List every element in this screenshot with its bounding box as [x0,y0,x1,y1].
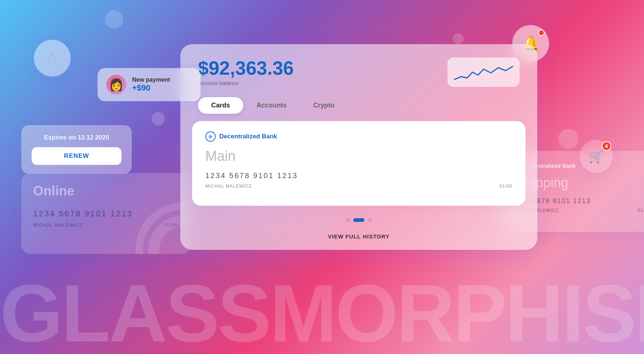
cart-icon: 🛒 [588,149,604,164]
bank-row: ⊕ Decentralized Bank [205,131,512,142]
deco-circle-4 [453,33,464,44]
view-history-button[interactable]: VIEW FULL HISTORY [180,226,537,250]
balance-info: $92,363.36 Account balance [198,59,294,86]
deco-circle-2 [152,112,165,125]
renew-button[interactable]: RENEW [32,147,121,165]
dots-row [180,213,537,226]
dot-3[interactable] [368,218,372,222]
online-card: Online 1234 5678 9101 1213 MICHAL MALEWI… [21,173,191,254]
expiry-card: Expires on 12.12.2020 RENEW [21,125,132,174]
balance-label: Account balance [198,80,294,86]
cart-badge: 4 [602,141,611,151]
star-widget[interactable]: ☆ [34,40,71,77]
main-panel: $92,363.36 Account balance Cards Account… [180,44,537,250]
payment-text: New payment +$90 [132,77,170,93]
payment-title: New payment [132,77,170,83]
cards-area: ⊕ Decentralized Bank Main 1234 5678 9101… [180,121,537,213]
deco-circle-1 [105,10,123,29]
tab-cards[interactable]: Cards [198,97,243,114]
bank-icon: ⊕ [205,131,216,142]
notification-badge [538,29,545,36]
cart-widget[interactable]: 🛒 4 [580,140,613,173]
sparkline-chart [454,61,513,83]
balance-section: $92,363.36 Account balance [180,44,537,97]
tab-accounts[interactable]: Accounts [243,97,300,114]
main-credit-card: ⊕ Decentralized Bank Main 1234 5678 9101… [192,121,526,206]
dot-1[interactable] [346,218,350,222]
tab-crypto[interactable]: Crypto [300,97,348,114]
avatar-emoji: 👩 [109,78,124,92]
dot-2-active[interactable] [353,218,364,222]
main-bank-name: Decentralized Bank [219,133,277,140]
payment-notification: 👩 New payment +$90 [98,68,201,101]
main-card-name: Main [205,148,512,164]
main-card-holder: MICHAL MALEWICZ [205,184,252,189]
star-icon: ☆ [45,49,60,68]
background-watermark: GLASSMORPHISM [0,273,644,354]
online-card-holder: MICHAL MALEWICZ [33,222,83,228]
main-card-expiry: 01/00 [499,184,512,189]
expiry-label: Expires on 12.12.2020 [32,134,121,141]
payment-avatar: 👩 [106,75,126,95]
tabs-row: Cards Accounts Crypto [180,97,537,121]
balance-amount: $92,363.36 [198,59,294,78]
payment-amount: +$90 [132,83,170,93]
shopping-card-expiry: 01/00 [638,208,644,213]
deco-circle-3 [558,129,578,149]
main-card-number: 1234 5678 9101 1213 [205,171,512,180]
sparkline-container [447,57,520,87]
